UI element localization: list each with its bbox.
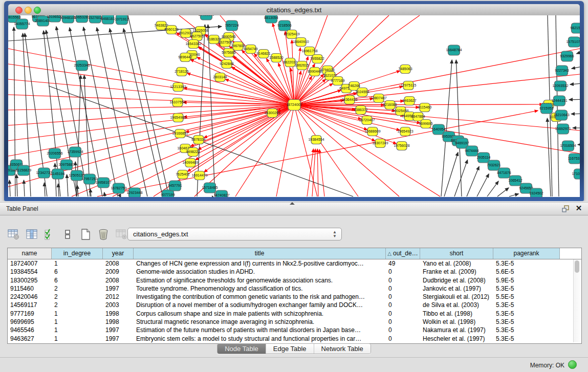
network-node[interactable]: 1924502: [529, 188, 543, 197]
network-node[interactable]: 11156829: [16, 165, 31, 176]
memory-status-indicator[interactable]: [568, 360, 577, 369]
table-row[interactable]: 2242004622012Investigating the contribut…: [8, 293, 581, 301]
network-node[interactable]: 16210643: [553, 110, 569, 120]
table-row[interactable]: 946554611997Estimation of the future num…: [8, 326, 581, 334]
table-cell[interactable]: Dudbridge et al. (2008): [420, 276, 493, 285]
network-node[interactable]: 16648784: [446, 45, 462, 55]
table-cell[interactable]: Genome-wide association studies in ADHD.: [134, 268, 386, 276]
table-cell[interactable]: 9115460: [8, 285, 52, 293]
table-cell[interactable]: Estimation of the future numbers of pati…: [134, 326, 386, 334]
table-row[interactable]: 1830029562008Estimation of significance …: [8, 276, 581, 285]
select-columns-icon[interactable]: [43, 228, 56, 241]
tab-node-table[interactable]: Node Table: [217, 344, 266, 354]
column-header-short[interactable]: short: [420, 248, 493, 259]
table-cell[interactable]: 2: [52, 285, 103, 293]
network-node[interactable]: 7955822: [310, 55, 324, 63]
network-canvas[interactable]: 8815563140557749674711208914061019652210…: [8, 15, 580, 197]
table-cell[interactable]: 0: [386, 318, 420, 326]
network-node[interactable]: 17359924: [67, 147, 83, 157]
network-node[interactable]: 19654923: [397, 127, 413, 136]
column-header-name[interactable]: name: [8, 248, 52, 259]
table-cell[interactable]: Structural magnetic resonance image aver…: [134, 318, 386, 326]
network-node[interactable]: 14740827: [213, 190, 229, 197]
network-node[interactable]: 9327508: [218, 38, 232, 47]
table-cell[interactable]: Investigating the contribution of common…: [134, 293, 386, 301]
table-cell[interactable]: 19384554: [8, 268, 52, 276]
table-cell[interactable]: 5.3E-5: [493, 285, 560, 293]
network-node[interactable]: 9699695: [419, 120, 432, 128]
network-node[interactable]: 12213393: [170, 83, 186, 92]
table-cell[interactable]: 18300295: [8, 276, 52, 285]
table-cell[interactable]: 1998: [103, 310, 134, 318]
table-cell[interactable]: 2009: [103, 268, 134, 276]
network-node[interactable]: 5975685: [222, 49, 235, 57]
table-cell[interactable]: 5.9E-5: [493, 276, 560, 285]
column-header-out-de-[interactable]: △out_de…: [386, 248, 420, 259]
network-node[interactable]: 9896442: [178, 53, 192, 62]
table-cell[interactable]: 0: [386, 310, 420, 318]
table-cell[interactable]: 2003: [103, 301, 134, 309]
network-node[interactable]: 15692971: [555, 124, 571, 134]
table-cell[interactable]: 0: [386, 293, 420, 301]
table-cell[interactable]: 5.6E-5: [493, 268, 560, 276]
network-node[interactable]: 12093532: [552, 81, 568, 91]
network-node[interactable]: 7625402: [176, 170, 189, 179]
network-window-titlebar[interactable]: citations_edges.txt: [8, 4, 580, 16]
network-node[interactable]: 10653287: [74, 15, 90, 23]
tab-edge-table[interactable]: Edge Table: [266, 344, 314, 354]
network-node[interactable]: 9218506: [277, 20, 291, 31]
table-cell[interactable]: 2008: [103, 259, 134, 268]
table-cell[interactable]: Stergiakouli et al. (2012): [420, 293, 493, 301]
network-node[interactable]: 17016504: [560, 141, 576, 151]
table-row[interactable]: 969969511998Structural magnetic resonanc…: [8, 318, 581, 326]
table-row[interactable]: 1938455462009Genome-wide association stu…: [8, 268, 581, 276]
network-node[interactable]: 2718126: [175, 68, 188, 76]
table-vertical-scrollbar[interactable]: [573, 259, 581, 342]
table-cell[interactable]: Hescheler et al. (1997): [420, 335, 493, 343]
network-node[interactable]: 8454749: [244, 45, 257, 54]
network-node[interactable]: 19756028: [394, 142, 409, 150]
table-cell[interactable]: 9463627: [8, 335, 52, 343]
table-cell[interactable]: 5.3E-5: [493, 301, 560, 309]
panel-splitter-grip[interactable]: [290, 202, 295, 205]
network-node[interactable]: 8960128: [164, 26, 178, 34]
network-node[interactable]: 12923448: [126, 188, 142, 197]
table-cell[interactable]: Wolkin et al. (1998): [420, 318, 493, 326]
table-cell[interactable]: Franke et al. (2009): [420, 268, 493, 276]
table-cell[interactable]: 14569117: [8, 301, 52, 309]
network-node[interactable]: 12444151: [551, 96, 567, 106]
table-cell[interactable]: 1997: [103, 285, 134, 293]
table-cell[interactable]: 0: [386, 335, 420, 343]
network-node[interactable]: 9474444: [465, 146, 478, 156]
table-cell[interactable]: 49: [386, 259, 420, 268]
table-cell[interactable]: 1: [52, 326, 103, 334]
table-cell[interactable]: 0: [386, 268, 420, 276]
network-node[interactable]: 9463627: [402, 97, 416, 105]
column-header-year[interactable]: year: [103, 248, 134, 259]
network-node[interactable]: 15718485: [202, 183, 217, 193]
network-node[interactable]: 1145194: [51, 169, 65, 179]
table-cell[interactable]: 5.3E-5: [493, 318, 560, 326]
column-header-title[interactable]: title: [134, 248, 386, 259]
table-row[interactable]: 911546021997Tourette syndrome. Phenomeno…: [8, 285, 581, 293]
network-node[interactable]: 1588520: [269, 54, 283, 62]
table-cell[interactable]: 2008: [103, 276, 134, 285]
network-node[interactable]: 19384554: [308, 136, 324, 144]
table-cell[interactable]: 0: [386, 285, 420, 293]
table-cell[interactable]: 9465546: [8, 326, 52, 334]
scrollbar-thumb[interactable]: [575, 260, 579, 273]
table-row[interactable]: 946362711997Embryonic stem cells: a mode…: [8, 335, 581, 343]
network-node[interactable]: 20253346: [74, 60, 90, 71]
table-cell[interactable]: 2012: [103, 293, 134, 301]
table-cell[interactable]: Disruption of a novel member of a sodium…: [134, 301, 386, 309]
table-settings-icon[interactable]: [7, 228, 20, 241]
network-node[interactable]: 9227343: [555, 65, 569, 76]
column-header-pagerank[interactable]: pagerank: [493, 248, 560, 259]
network-node[interactable]: 7485063: [398, 65, 412, 74]
network-node[interactable]: 6466161: [101, 15, 115, 24]
network-node[interactable]: 20206556: [47, 148, 62, 159]
table-cell[interactable]: Changes of HCN gene expression and I(f) …: [134, 259, 386, 268]
table-cell[interactable]: 1: [52, 310, 103, 318]
tab-network-table[interactable]: Network Table: [314, 344, 371, 354]
network-node[interactable]: 14055774: [14, 19, 30, 29]
